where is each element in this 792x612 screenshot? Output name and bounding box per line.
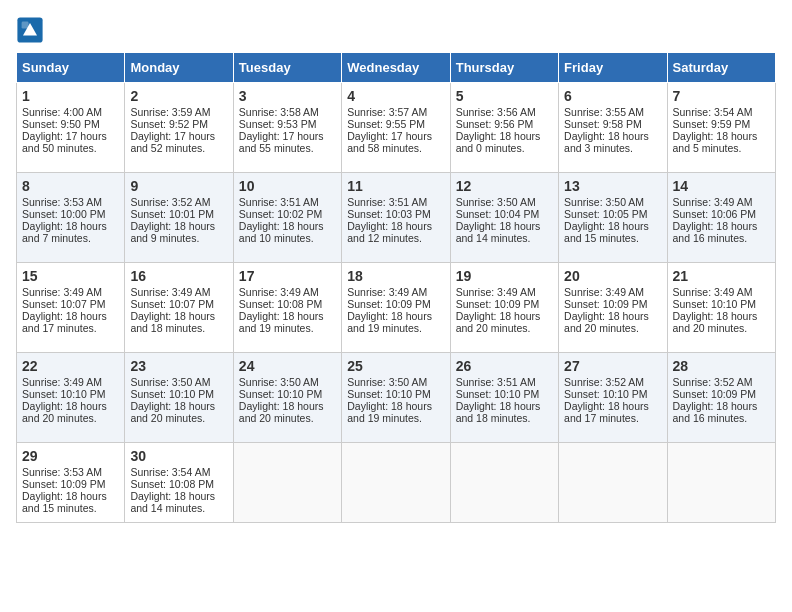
sunset-text: Sunset: 10:09 PM — [22, 478, 105, 490]
daylight-text: Daylight: 18 hours and 10 minutes. — [239, 220, 324, 244]
calendar-day-cell: 7 Sunrise: 3:54 AM Sunset: 9:59 PM Dayli… — [667, 83, 775, 173]
weekday-header: Saturday — [667, 53, 775, 83]
daylight-text: Daylight: 18 hours and 9 minutes. — [130, 220, 215, 244]
calendar-day-cell — [559, 443, 667, 523]
calendar-day-cell: 9 Sunrise: 3:52 AM Sunset: 10:01 PM Dayl… — [125, 173, 233, 263]
calendar-day-cell: 5 Sunrise: 3:56 AM Sunset: 9:56 PM Dayli… — [450, 83, 558, 173]
day-number: 16 — [130, 268, 227, 284]
day-number: 2 — [130, 88, 227, 104]
day-number: 22 — [22, 358, 119, 374]
sunrise-text: Sunrise: 3:59 AM — [130, 106, 210, 118]
sunset-text: Sunset: 9:59 PM — [673, 118, 751, 130]
calendar-day-cell: 23 Sunrise: 3:50 AM Sunset: 10:10 PM Day… — [125, 353, 233, 443]
sunset-text: Sunset: 10:10 PM — [347, 388, 430, 400]
weekday-header: Sunday — [17, 53, 125, 83]
sunset-text: Sunset: 10:10 PM — [239, 388, 322, 400]
calendar-day-cell: 2 Sunrise: 3:59 AM Sunset: 9:52 PM Dayli… — [125, 83, 233, 173]
calendar-day-cell: 27 Sunrise: 3:52 AM Sunset: 10:10 PM Day… — [559, 353, 667, 443]
calendar-day-cell: 1 Sunrise: 4:00 AM Sunset: 9:50 PM Dayli… — [17, 83, 125, 173]
logo-icon — [16, 16, 44, 44]
day-number: 9 — [130, 178, 227, 194]
weekday-header: Tuesday — [233, 53, 341, 83]
daylight-text: Daylight: 18 hours and 16 minutes. — [673, 400, 758, 424]
calendar-day-cell — [233, 443, 341, 523]
calendar-day-cell: 28 Sunrise: 3:52 AM Sunset: 10:09 PM Day… — [667, 353, 775, 443]
sunset-text: Sunset: 10:08 PM — [130, 478, 213, 490]
calendar-day-cell: 21 Sunrise: 3:49 AM Sunset: 10:10 PM Day… — [667, 263, 775, 353]
daylight-text: Daylight: 18 hours and 3 minutes. — [564, 130, 649, 154]
sunset-text: Sunset: 9:55 PM — [347, 118, 425, 130]
sunset-text: Sunset: 10:10 PM — [564, 388, 647, 400]
sunset-text: Sunset: 10:06 PM — [673, 208, 756, 220]
sunrise-text: Sunrise: 3:51 AM — [347, 196, 427, 208]
sunrise-text: Sunrise: 4:00 AM — [22, 106, 102, 118]
sunset-text: Sunset: 10:09 PM — [456, 298, 539, 310]
calendar-day-cell — [667, 443, 775, 523]
sunrise-text: Sunrise: 3:49 AM — [347, 286, 427, 298]
calendar-day-cell: 22 Sunrise: 3:49 AM Sunset: 10:10 PM Day… — [17, 353, 125, 443]
sunrise-text: Sunrise: 3:58 AM — [239, 106, 319, 118]
calendar-table: SundayMondayTuesdayWednesdayThursdayFrid… — [16, 52, 776, 523]
sunset-text: Sunset: 10:05 PM — [564, 208, 647, 220]
sunset-text: Sunset: 10:10 PM — [22, 388, 105, 400]
sunrise-text: Sunrise: 3:50 AM — [347, 376, 427, 388]
calendar-day-cell: 16 Sunrise: 3:49 AM Sunset: 10:07 PM Day… — [125, 263, 233, 353]
sunrise-text: Sunrise: 3:51 AM — [239, 196, 319, 208]
day-number: 3 — [239, 88, 336, 104]
calendar-day-cell: 4 Sunrise: 3:57 AM Sunset: 9:55 PM Dayli… — [342, 83, 450, 173]
sunrise-text: Sunrise: 3:54 AM — [673, 106, 753, 118]
weekday-header: Friday — [559, 53, 667, 83]
calendar-week-row: 8 Sunrise: 3:53 AM Sunset: 10:00 PM Dayl… — [17, 173, 776, 263]
calendar-day-cell — [450, 443, 558, 523]
day-number: 1 — [22, 88, 119, 104]
logo — [16, 16, 48, 44]
daylight-text: Daylight: 18 hours and 15 minutes. — [564, 220, 649, 244]
daylight-text: Daylight: 18 hours and 20 minutes. — [564, 310, 649, 334]
sunset-text: Sunset: 9:50 PM — [22, 118, 100, 130]
calendar-week-row: 15 Sunrise: 3:49 AM Sunset: 10:07 PM Day… — [17, 263, 776, 353]
day-number: 14 — [673, 178, 770, 194]
daylight-text: Daylight: 18 hours and 19 minutes. — [347, 310, 432, 334]
calendar-day-cell: 19 Sunrise: 3:49 AM Sunset: 10:09 PM Day… — [450, 263, 558, 353]
calendar-day-cell: 12 Sunrise: 3:50 AM Sunset: 10:04 PM Day… — [450, 173, 558, 263]
sunrise-text: Sunrise: 3:51 AM — [456, 376, 536, 388]
daylight-text: Daylight: 17 hours and 58 minutes. — [347, 130, 432, 154]
day-number: 15 — [22, 268, 119, 284]
sunrise-text: Sunrise: 3:52 AM — [673, 376, 753, 388]
sunrise-text: Sunrise: 3:56 AM — [456, 106, 536, 118]
day-number: 13 — [564, 178, 661, 194]
day-number: 23 — [130, 358, 227, 374]
day-number: 18 — [347, 268, 444, 284]
day-number: 24 — [239, 358, 336, 374]
sunset-text: Sunset: 9:52 PM — [130, 118, 208, 130]
day-number: 5 — [456, 88, 553, 104]
calendar-day-cell: 13 Sunrise: 3:50 AM Sunset: 10:05 PM Day… — [559, 173, 667, 263]
sunset-text: Sunset: 10:01 PM — [130, 208, 213, 220]
sunset-text: Sunset: 10:07 PM — [22, 298, 105, 310]
daylight-text: Daylight: 18 hours and 20 minutes. — [456, 310, 541, 334]
sunset-text: Sunset: 10:10 PM — [456, 388, 539, 400]
sunrise-text: Sunrise: 3:52 AM — [130, 196, 210, 208]
sunset-text: Sunset: 9:56 PM — [456, 118, 534, 130]
calendar-day-cell: 8 Sunrise: 3:53 AM Sunset: 10:00 PM Dayl… — [17, 173, 125, 263]
daylight-text: Daylight: 18 hours and 7 minutes. — [22, 220, 107, 244]
sunrise-text: Sunrise: 3:50 AM — [564, 196, 644, 208]
sunrise-text: Sunrise: 3:53 AM — [22, 466, 102, 478]
day-number: 26 — [456, 358, 553, 374]
calendar-header-row: SundayMondayTuesdayWednesdayThursdayFrid… — [17, 53, 776, 83]
daylight-text: Daylight: 18 hours and 15 minutes. — [22, 490, 107, 514]
sunset-text: Sunset: 10:02 PM — [239, 208, 322, 220]
calendar-day-cell: 25 Sunrise: 3:50 AM Sunset: 10:10 PM Day… — [342, 353, 450, 443]
calendar-day-cell: 11 Sunrise: 3:51 AM Sunset: 10:03 PM Day… — [342, 173, 450, 263]
sunset-text: Sunset: 10:10 PM — [130, 388, 213, 400]
day-number: 12 — [456, 178, 553, 194]
weekday-header: Wednesday — [342, 53, 450, 83]
sunset-text: Sunset: 10:00 PM — [22, 208, 105, 220]
daylight-text: Daylight: 18 hours and 20 minutes. — [22, 400, 107, 424]
sunset-text: Sunset: 9:58 PM — [564, 118, 642, 130]
calendar-day-cell: 10 Sunrise: 3:51 AM Sunset: 10:02 PM Day… — [233, 173, 341, 263]
sunrise-text: Sunrise: 3:49 AM — [673, 196, 753, 208]
daylight-text: Daylight: 18 hours and 18 minutes. — [130, 310, 215, 334]
sunset-text: Sunset: 9:53 PM — [239, 118, 317, 130]
calendar-day-cell: 30 Sunrise: 3:54 AM Sunset: 10:08 PM Day… — [125, 443, 233, 523]
